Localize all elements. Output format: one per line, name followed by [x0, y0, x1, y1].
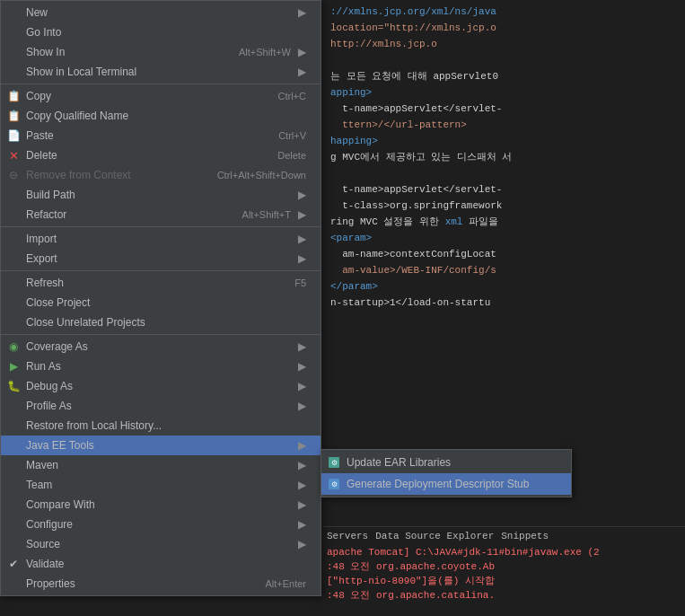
menu-item-java-ee-tools[interactable]: Java EE Tools ▶ [1, 436, 321, 455]
menu-item-maven[interactable]: Maven ▶ [1, 455, 321, 475]
code-line-11 [330, 165, 678, 181]
arrow-icon-refactor: ▶ [298, 208, 306, 221]
arrow-icon-import: ▶ [298, 233, 306, 245]
menu-label-restore-history: Restore from Local History... [26, 419, 306, 432]
update-ear-icon: ⚙ [327, 455, 341, 470]
menu-item-coverage-as[interactable]: ◉ Coverage As ▶ [1, 337, 321, 356]
arrow-icon-java-ee-tools: ▶ [298, 439, 306, 452]
menu-item-paste[interactable]: 📄 Paste Ctrl+V [1, 126, 321, 145]
status-log: apache Tomcat] C:\JAVA#jdk-11#bin#javaw.… [327, 545, 681, 603]
svg-text:⚙: ⚙ [331, 459, 338, 467]
code-line-2: location="http://xmlns.jcp.o [330, 20, 678, 36]
menu-item-delete[interactable]: ✕ Delete Delete [1, 145, 321, 165]
submenu-item-update-ear[interactable]: ⚙ Update EAR Libraries [321, 452, 571, 473]
arrow-icon-configure: ▶ [298, 518, 306, 531]
menu-label-export: Export [26, 252, 291, 265]
log-line-1: apache Tomcat] C:\JAVA#jdk-11#bin#javaw.… [327, 545, 681, 559]
menu-item-refactor[interactable]: Refactor Alt+Shift+T ▶ [1, 205, 321, 224]
arrow-icon-show-local-terminal: ▶ [298, 66, 306, 78]
menu-item-show-local-terminal[interactable]: Show in Local Terminal ▶ [1, 62, 321, 82]
menu-item-close-project[interactable]: Close Project [1, 293, 321, 312]
menu-item-team[interactable]: Team ▶ [1, 475, 321, 495]
separator-4 [1, 334, 321, 335]
shortcut-paste: Ctrl+V [278, 130, 306, 141]
code-line-13: t-class>org.springframework [330, 198, 678, 214]
submenu-item-generate-deployment[interactable]: ⚙ Generate Deployment Descriptor Stub [321, 473, 571, 495]
code-line-9: happing> [330, 133, 678, 149]
arrow-icon-run-as: ▶ [298, 360, 306, 373]
context-menu: New ▶ Go Into Show In Alt+Shift+W ▶ Show… [0, 0, 321, 596]
menu-label-paste: Paste [26, 129, 264, 142]
menu-label-source: Source [26, 538, 291, 550]
menu-item-copy[interactable]: 📋 Copy Ctrl+C [1, 86, 321, 106]
menu-label-properties: Properties [26, 577, 250, 590]
arrow-icon-debug-as: ▶ [298, 380, 306, 392]
copy-qualified-icon: 📋 [6, 109, 21, 123]
arrow-icon-maven: ▶ [298, 459, 306, 471]
menu-item-remove-context[interactable]: ⊖ Remove from Context Ctrl+Alt+Shift+Dow… [1, 165, 321, 185]
code-line-15: <param> [330, 230, 678, 246]
menu-label-copy-qualified: Copy Qualified Name [26, 110, 306, 122]
tab-datasource[interactable]: Data Source Explorer [375, 531, 494, 541]
menu-item-copy-qualified[interactable]: 📋 Copy Qualified Name [1, 106, 321, 126]
menu-label-close-project: Close Project [26, 296, 306, 309]
menu-item-validate[interactable]: ✔ Validate [1, 554, 321, 574]
menu-item-new[interactable]: New ▶ [1, 3, 321, 22]
menu-label-go-into: Go Into [26, 26, 306, 39]
code-line-4 [330, 52, 678, 68]
menu-item-restore-history[interactable]: Restore from Local History... [1, 416, 321, 436]
menu-label-refresh: Refresh [26, 277, 280, 289]
remove-context-icon: ⊖ [6, 168, 21, 182]
menu-label-java-ee-tools: Java EE Tools [26, 439, 291, 452]
menu-label-configure: Configure [26, 518, 291, 531]
menu-label-import: Import [26, 233, 291, 245]
menu-item-debug-as[interactable]: 🐛 Debug As ▶ [1, 376, 321, 396]
code-line-14: ring MVC 설정을 위한 xml 파일을 [330, 214, 678, 230]
arrow-icon-show-in: ▶ [298, 46, 306, 58]
menu-item-export[interactable]: Export ▶ [1, 249, 321, 268]
menu-label-copy: Copy [26, 90, 264, 102]
menu-item-build-path[interactable]: Build Path ▶ [1, 185, 321, 205]
validate-icon: ✔ [6, 557, 21, 571]
arrow-icon-profile-as: ▶ [298, 400, 306, 412]
menu-item-close-unrelated[interactable]: Close Unrelated Projects [1, 312, 321, 332]
status-bar: Servers Data Source Explorer Snippets ap… [323, 526, 685, 616]
arrow-icon-export: ▶ [298, 252, 306, 265]
code-line-12: t-name>appServlet</servlet- [330, 181, 678, 198]
menu-label-validate: Validate [26, 558, 306, 570]
menu-label-coverage-as: Coverage As [26, 340, 291, 353]
shortcut-refresh: F5 [294, 277, 306, 288]
copy-icon: 📋 [6, 89, 21, 103]
menu-label-profile-as: Profile As [26, 400, 291, 412]
menu-item-profile-as[interactable]: Profile As ▶ [1, 396, 321, 416]
menu-label-delete: Delete [26, 149, 263, 162]
code-line-10: g MVC에서 제공하고 있는 디스패처 서 [330, 149, 678, 165]
arrow-icon-source: ▶ [298, 538, 306, 550]
menu-item-run-as[interactable]: ▶ Run As ▶ [1, 356, 321, 376]
log-line-4: :48 오전 org.apache.catalina. [327, 588, 681, 603]
menu-item-configure[interactable]: Configure ▶ [1, 515, 321, 534]
code-line-3: http://xmlns.jcp.o [330, 36, 678, 52]
separator-3 [1, 270, 321, 271]
code-line-1: ://xmlns.jcp.org/xml/ns/java [330, 4, 678, 20]
code-line-17: am-value>/WEB-INF/config/s [330, 262, 678, 278]
paste-icon: 📄 [6, 128, 21, 143]
menu-label-compare-with: Compare With [26, 498, 291, 511]
menu-label-run-as: Run As [26, 360, 291, 373]
svg-text:⚙: ⚙ [331, 480, 338, 488]
shortcut-properties: Alt+Enter [265, 578, 306, 589]
arrow-icon-coverage-as: ▶ [298, 340, 306, 353]
menu-item-go-into[interactable]: Go Into [1, 22, 321, 42]
code-line-19: n-startup>1</load-on-startu [330, 295, 678, 311]
menu-item-source[interactable]: Source ▶ [1, 534, 321, 554]
menu-item-properties[interactable]: Properties Alt+Enter [1, 574, 321, 594]
menu-item-refresh[interactable]: Refresh F5 [1, 273, 321, 293]
code-line-7: t-name>appServlet</servlet- [330, 101, 678, 117]
tab-servers[interactable]: Servers [327, 531, 368, 541]
submenu-label-update-ear: Update EAR Libraries [347, 456, 451, 469]
tab-snippets[interactable]: Snippets [501, 531, 549, 541]
menu-item-show-in[interactable]: Show In Alt+Shift+W ▶ [1, 42, 321, 62]
menu-item-import[interactable]: Import ▶ [1, 229, 321, 249]
menu-item-compare-with[interactable]: Compare With ▶ [1, 495, 321, 515]
arrow-icon-new: ▶ [298, 6, 306, 19]
